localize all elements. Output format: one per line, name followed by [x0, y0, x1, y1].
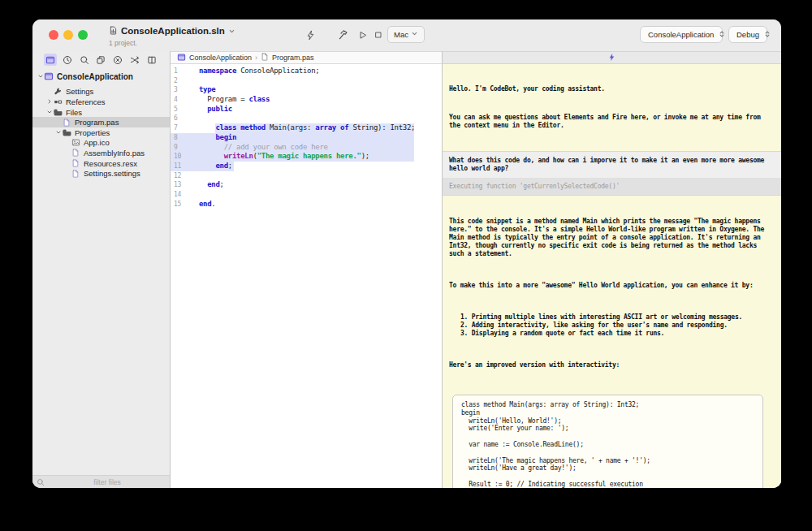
line-number: 2: [174, 76, 178, 86]
configuration-selector[interactable]: ConsoleApplication: [640, 26, 723, 43]
doc-icon: [71, 170, 80, 178]
code-line-10[interactable]: 10 writeLn("The magic happens here.");: [171, 152, 442, 162]
welcome-line-1: Hello. I'm CodeBot, your coding assistan…: [449, 85, 775, 93]
sidebar-tab-strip: [32, 51, 170, 66]
tree-item-program-pas[interactable]: Program.pas: [32, 117, 170, 127]
breadcrumb: ConsoleApplication › Program.pas: [171, 51, 442, 64]
chevron-down-icon[interactable]: [54, 129, 62, 136]
build-mode-selector[interactable]: Debug: [728, 26, 767, 43]
code-line-15[interactable]: 15end.: [171, 200, 442, 209]
tree-item-settings-settings[interactable]: Settings.settings: [32, 168, 170, 179]
copy-icon[interactable]: [94, 54, 107, 66]
maximize-window-button[interactable]: [78, 30, 88, 40]
chevron-down-icon[interactable]: [45, 109, 53, 115]
flash-icon: [607, 53, 616, 63]
code-line-4[interactable]: 4 Program = class: [171, 95, 442, 105]
code-text: // add your own code here: [199, 143, 328, 153]
code-text: Program = class: [199, 95, 270, 105]
line-number: 1: [174, 67, 178, 76]
answer-list-item: 3. Displaying a random quote or fact eac…: [460, 330, 775, 338]
user-question-message: What does this code do, and how can i im…: [443, 152, 781, 179]
code-area[interactable]: 1namespace ConsoleApplication;23type4 Pr…: [171, 64, 442, 488]
book-icon[interactable]: [145, 54, 158, 66]
code-line-14[interactable]: 14: [171, 190, 442, 200]
search-icon[interactable]: [78, 54, 91, 66]
code-text: public: [199, 105, 232, 114]
tree-item-settings[interactable]: Settings: [32, 87, 170, 97]
history-clock-icon[interactable]: [61, 54, 74, 66]
codebot-header: [443, 51, 781, 64]
device-label: Mac: [394, 30, 408, 39]
line-number: 15: [174, 200, 181, 209]
code-line-6[interactable]: 6: [171, 114, 442, 123]
codebot-welcome-message: Hello. I'm CodeBot, your coding assistan…: [443, 64, 781, 152]
project-tree: ConsoleApplicationSettingsReferencesFile…: [32, 71, 170, 179]
updown-chevrons-icon: [763, 30, 771, 40]
tree-item-label: Settings.settings: [84, 169, 140, 178]
tree-item-label: Properties: [75, 128, 110, 137]
doc-icon: [71, 149, 80, 157]
tree-item-app-ico[interactable]: App.ico: [32, 138, 170, 149]
code-line-2[interactable]: 2: [171, 76, 442, 86]
doc-icon: [71, 159, 80, 167]
answer-list-item: 1. Printing multiple lines with interest…: [460, 313, 775, 322]
code-line-3[interactable]: 3type: [171, 85, 442, 95]
tree-item-assemblyinfo-pas[interactable]: AssemblyInfo.pas: [32, 148, 170, 158]
code-text: end;: [199, 162, 232, 171]
code-line-11[interactable]: 11 end;: [171, 162, 442, 171]
code-line-13[interactable]: 13 end;: [171, 180, 442, 190]
line-number: 3: [174, 85, 178, 95]
code-line-8[interactable]: 8 begin: [171, 133, 442, 143]
assistant-answer-message: This code snippet is a method named Main…: [443, 196, 781, 488]
code-line-1[interactable]: 1namespace ConsoleApplication;: [171, 67, 442, 76]
filter-files-bar[interactable]: filter files: [32, 475, 170, 488]
line-number: 8: [174, 133, 178, 143]
code-line-12[interactable]: 12: [171, 171, 442, 181]
minimize-window-button[interactable]: [63, 30, 73, 40]
flash-icon[interactable]: [302, 27, 318, 43]
project-frame-icon[interactable]: [44, 54, 57, 66]
chevron-down-icon[interactable]: [37, 73, 44, 80]
line-number: 4: [174, 95, 178, 105]
stop-icon[interactable]: [370, 27, 387, 43]
code-line-5[interactable]: 5 public: [171, 105, 442, 114]
tree-item-references[interactable]: References: [32, 97, 170, 107]
device-selector[interactable]: Mac: [387, 26, 425, 43]
jump-icon[interactable]: [128, 54, 141, 66]
chevron-down-icon[interactable]: [228, 24, 235, 38]
suggested-code-block[interactable]: class method Main(args: array of String)…: [452, 395, 763, 488]
close-window-button[interactable]: [49, 30, 58, 40]
line-number: 14: [174, 190, 181, 200]
tree-item-consoleapplication[interactable]: ConsoleApplication: [32, 71, 170, 82]
updown-chevrons-icon: [718, 30, 726, 40]
solution-file-icon: [109, 24, 118, 38]
tree-item-files[interactable]: Files: [32, 107, 170, 118]
filter-files-placeholder: filter files: [45, 478, 170, 486]
tree-item-properties[interactable]: Properties: [32, 127, 170, 138]
code-text: namespace ConsoleApplication;: [199, 67, 319, 76]
answer-paragraph-3: Here's an improved version with interact…: [449, 361, 775, 369]
folder-icon: [62, 128, 71, 137]
run-play-icon[interactable]: [354, 27, 370, 43]
build-hammer-icon[interactable]: [335, 27, 352, 43]
folder-icon: [53, 108, 63, 117]
tree-item-label: Files: [66, 108, 82, 117]
line-number: 11: [174, 162, 181, 171]
tree-item-resources-resx[interactable]: Resources.resx: [32, 158, 170, 169]
window-title: ConsoleApplication.sln: [121, 26, 225, 36]
line-number: 9: [174, 143, 178, 153]
breadcrumb-project[interactable]: ConsoleApplication: [189, 54, 252, 62]
tree-item-label: ConsoleApplication: [57, 72, 133, 81]
chevron-right-icon[interactable]: [45, 98, 53, 105]
tree-item-label: Program.pas: [75, 118, 119, 127]
search-icon: [37, 478, 45, 486]
project-frame-icon: [177, 53, 186, 63]
line-number: 13: [174, 180, 181, 190]
code-line-7[interactable]: 7 class method Main(args: array of Strin…: [171, 123, 442, 133]
errors-icon[interactable]: [111, 54, 124, 66]
tree-item-label: Resources.resx: [84, 159, 137, 168]
breadcrumb-file[interactable]: Program.pas: [272, 54, 314, 62]
code-line-9[interactable]: 9 // add your own code here: [171, 143, 442, 153]
line-number: 10: [174, 152, 181, 162]
line-number: 6: [174, 114, 178, 123]
